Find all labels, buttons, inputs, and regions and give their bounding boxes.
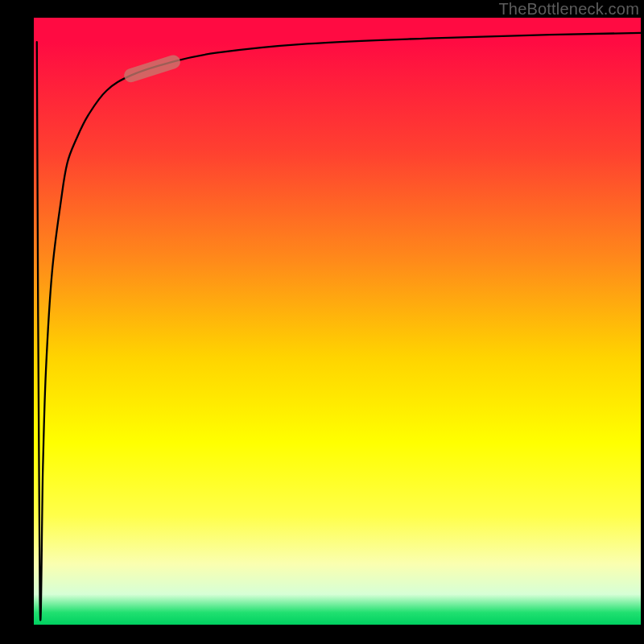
watermark-text: TheBottleneck.com xyxy=(498,0,639,19)
x-axis xyxy=(29,625,644,630)
curve-layer xyxy=(34,18,641,625)
y-axis xyxy=(29,18,34,630)
chart-frame: TheBottleneck.com xyxy=(0,0,644,644)
highlighted-segment xyxy=(131,62,174,76)
bottleneck-curve xyxy=(37,33,641,620)
